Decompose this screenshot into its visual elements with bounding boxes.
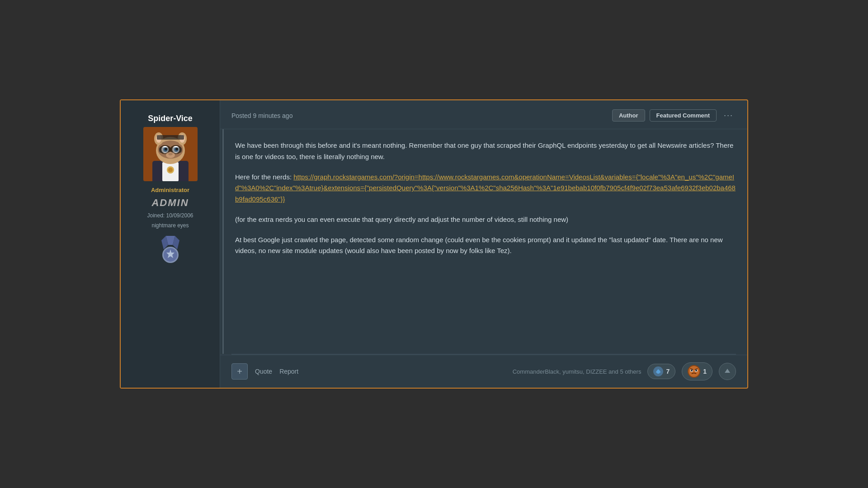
comment-paragraph-link: Here for the nerds: https://graph.rockst…	[235, 172, 736, 205]
upvote-icon	[723, 367, 731, 375]
like-icon	[653, 366, 663, 376]
author-admin-badge: ADMIN	[151, 197, 189, 209]
svg-point-31	[689, 366, 699, 377]
quote-button[interactable]: Quote	[255, 368, 272, 375]
comment-card: Spider-Vice	[120, 99, 748, 389]
comment-paragraph-3: At best Google just crawled the page, de…	[235, 235, 736, 257]
svg-rect-21	[159, 147, 169, 153]
page-wrapper: Spider-Vice	[0, 0, 868, 488]
like-reaction-button[interactable]: 7	[647, 364, 675, 379]
svg-point-20	[166, 152, 175, 158]
author-badge-icon	[159, 236, 182, 263]
author-joined: Joined: 10/09/2006	[147, 212, 193, 219]
content-panel: Posted 9 minutes ago Author Featured Com…	[220, 100, 747, 388]
svg-rect-23	[157, 135, 184, 140]
like-count: 7	[666, 368, 670, 375]
comment-paragraph-2: (for the extra nerds you can even execut…	[235, 214, 736, 225]
author-avatar	[143, 127, 198, 181]
graph-link[interactable]: https://graph.rockstargames.com/?origin=…	[235, 173, 736, 203]
author-role: Administrator	[151, 187, 189, 193]
featured-badge: Featured Comment	[650, 109, 717, 122]
author-name: Spider-Vice	[148, 114, 193, 123]
medal-icon	[159, 236, 182, 263]
comment-footer: + Quote Report CommanderBlack, yumitsu, …	[220, 355, 747, 388]
report-button[interactable]: Report	[279, 368, 298, 375]
comment-body: We have been through this before and it'…	[222, 129, 747, 354]
footer-actions: + Quote Report	[231, 363, 298, 380]
author-panel: Spider-Vice	[121, 100, 220, 388]
angry-count: 1	[703, 368, 707, 375]
post-time: Posted 9 minutes ago	[231, 112, 292, 119]
author-nickname: nightmare eyes	[151, 222, 189, 229]
link-prefix: Here for the nerds:	[235, 173, 293, 181]
svg-point-4	[168, 168, 173, 172]
author-badge: Author	[612, 109, 645, 122]
footer-reactions: CommanderBlack, yumitsu, DIZZEE and 5 ot…	[513, 362, 736, 380]
liked-by-text: CommanderBlack, yumitsu, DIZZEE and 5 ot…	[513, 368, 642, 375]
comment-header: Posted 9 minutes ago Author Featured Com…	[220, 100, 747, 129]
svg-rect-22	[172, 147, 182, 153]
svg-point-35	[695, 370, 697, 371]
comment-paragraph-1: We have been through this before and it'…	[235, 140, 736, 163]
header-badges: Author Featured Comment ···	[612, 109, 736, 122]
angry-icon	[688, 365, 700, 378]
svg-point-34	[691, 370, 693, 371]
more-options-button[interactable]: ···	[721, 110, 736, 121]
upvote-button[interactable]	[719, 363, 736, 380]
angry-reaction-button[interactable]: 1	[682, 362, 712, 380]
add-button[interactable]: +	[231, 363, 248, 380]
avatar-image	[143, 127, 198, 181]
